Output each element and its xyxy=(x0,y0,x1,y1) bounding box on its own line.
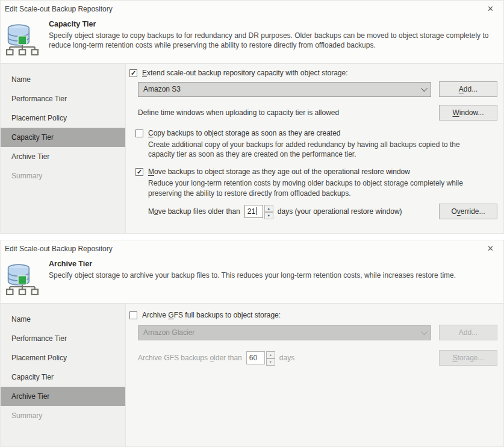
copy-backups-label: Copy backups to object storage as soon a… xyxy=(148,129,341,137)
step-heading: Capacity Tier xyxy=(49,20,496,28)
sidebar-item-archive-tier[interactable]: Archive Tier xyxy=(1,387,125,406)
archive-age-days-stepper: ▲ ▼ xyxy=(266,351,275,364)
wizard-steps-sidebar: Name Performance Tier Placement Policy C… xyxy=(1,64,126,233)
extend-capacity-checkbox[interactable]: ✓ xyxy=(129,69,137,77)
storage-button: Storage... xyxy=(439,350,497,366)
sidebar-item-performance-tier[interactable]: Performance Tier xyxy=(1,89,125,108)
add-button[interactable]: Add... xyxy=(439,81,497,97)
text-caret xyxy=(256,207,257,215)
capacity-tier-panel: ✓ Extend scale-out backup repository cap… xyxy=(126,64,503,233)
spin-up-icon: ▲ xyxy=(266,351,275,358)
copy-backups-description: Create additional copy of your backups f… xyxy=(148,140,488,159)
archive-storage-selected-value: Amazon Glacier xyxy=(143,328,421,337)
sidebar-item-performance-tier[interactable]: Performance Tier xyxy=(1,329,125,348)
override-button[interactable]: Override... xyxy=(439,204,497,219)
archive-age-prefix-label: Archive GFS backups older than xyxy=(138,354,242,362)
sidebar-item-placement-policy[interactable]: Placement Policy xyxy=(1,108,125,128)
move-age-suffix-label: days (your operational restore window) xyxy=(278,207,402,216)
move-backups-checkbox[interactable]: ✓ xyxy=(135,168,143,176)
move-age-days-input[interactable]: 21 xyxy=(244,205,263,218)
title-bar: Edit Scale-out Backup Repository ✕ xyxy=(1,1,503,16)
time-windows-label: Define time windows when uploading to ca… xyxy=(138,108,431,117)
move-backups-description: Reduce your long-term retention costs by… xyxy=(148,178,488,198)
wizard-header: Archive Tier Specify object storage to a… xyxy=(1,255,503,303)
object-storage-selected-value: Amazon S3 xyxy=(143,85,421,93)
close-icon[interactable]: ✕ xyxy=(485,5,496,13)
archive-gfs-label: Archive GFS full backups to object stora… xyxy=(142,311,281,319)
sidebar-item-capacity-tier[interactable]: Capacity Tier xyxy=(1,367,125,387)
extend-capacity-label: Extend scale-out backup repository capac… xyxy=(142,69,348,77)
wizard-header: Capacity Tier Specify object storage to … xyxy=(1,16,503,63)
spin-down-icon: ▼ xyxy=(266,358,275,366)
sidebar-item-summary: Summary xyxy=(1,406,125,425)
archive-gfs-checkbox[interactable] xyxy=(129,311,137,319)
chevron-down-icon xyxy=(421,328,428,335)
step-heading: Archive Tier xyxy=(49,260,456,268)
sidebar-item-summary: Summary xyxy=(1,166,125,186)
copy-backups-checkbox[interactable] xyxy=(135,130,143,137)
sidebar-item-name[interactable]: Name xyxy=(1,310,125,329)
dialog-title: Edit Scale-out Backup Repository xyxy=(5,5,113,13)
scale-out-repository-icon xyxy=(3,260,42,298)
move-backups-label: Move backups to object storage as they a… xyxy=(148,167,410,176)
step-description: Specify object storage to archive your b… xyxy=(49,271,456,281)
sidebar-item-archive-tier[interactable]: Archive Tier xyxy=(1,147,125,166)
sidebar-item-placement-policy[interactable]: Placement Policy xyxy=(1,348,125,367)
archive-tier-panel: Archive GFS full backups to object stora… xyxy=(126,304,503,446)
edit-sobr-dialog-archive: Edit Scale-out Backup Repository ✕ Archi… xyxy=(0,240,504,447)
move-age-days-stepper: ▲ ▼ xyxy=(264,205,273,218)
spin-up-icon[interactable]: ▲ xyxy=(264,205,273,212)
title-bar: Edit Scale-out Backup Repository ✕ xyxy=(1,240,503,255)
step-description: Specify object storage to copy backups t… xyxy=(49,31,496,50)
move-age-prefix-label: Move backup files older than xyxy=(148,207,240,216)
add-button: Add... xyxy=(439,325,497,340)
close-icon[interactable]: ✕ xyxy=(485,245,496,253)
edit-sobr-dialog-capacity: Edit Scale-out Backup Repository ✕ Capac… xyxy=(0,0,504,234)
wizard-steps-sidebar: Name Performance Tier Placement Policy C… xyxy=(1,304,126,446)
sidebar-item-capacity-tier[interactable]: Capacity Tier xyxy=(1,128,125,147)
spin-down-icon[interactable]: ▼ xyxy=(264,212,273,219)
archive-storage-select: Amazon Glacier xyxy=(138,325,431,340)
dialog-title: Edit Scale-out Backup Repository xyxy=(5,245,113,253)
archive-age-days-input: 60 xyxy=(246,351,265,364)
archive-age-suffix-label: days xyxy=(279,354,294,362)
sidebar-item-name[interactable]: Name xyxy=(1,70,125,89)
chevron-down-icon xyxy=(421,85,428,92)
object-storage-select[interactable]: Amazon S3 xyxy=(138,82,431,97)
window-button[interactable]: Window... xyxy=(439,105,497,120)
scale-out-repository-icon xyxy=(3,20,42,58)
